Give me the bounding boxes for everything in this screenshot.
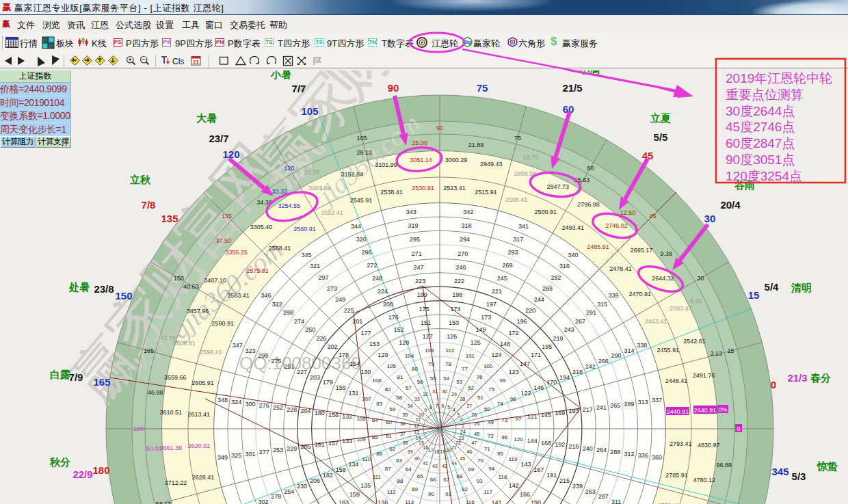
- svg-text:79: 79: [428, 361, 434, 367]
- svg-text:347: 347: [233, 342, 243, 349]
- svg-text:7/9: 7/9: [69, 371, 83, 383]
- svg-text:38: 38: [403, 440, 408, 445]
- svg-text:56: 56: [417, 379, 423, 385]
- svg-text:53.13: 53.13: [156, 501, 172, 504]
- svg-text:142: 142: [509, 482, 519, 489]
- svg-text:40.63: 40.63: [183, 283, 199, 290]
- svg-text:242: 242: [585, 363, 596, 370]
- svg-text:224: 224: [377, 288, 388, 295]
- svg-text:64: 64: [406, 466, 412, 473]
- svg-text:3457.96: 3457.96: [187, 308, 209, 315]
- svg-text:105: 105: [301, 105, 318, 117]
- svg-text:2542.61: 2542.61: [683, 338, 706, 345]
- svg-text:344: 344: [351, 223, 361, 230]
- svg-text:113: 113: [405, 499, 414, 504]
- svg-text:290: 290: [611, 352, 622, 359]
- svg-text:230: 230: [297, 483, 307, 490]
- svg-text:248: 248: [372, 275, 382, 282]
- svg-text:169: 169: [555, 410, 565, 416]
- svg-text:47: 47: [472, 440, 477, 445]
- svg-text:220: 220: [525, 307, 535, 314]
- svg-text:274: 274: [294, 318, 304, 325]
- svg-text:2613.41: 2613.41: [187, 411, 210, 418]
- svg-text:348: 348: [217, 397, 228, 403]
- svg-text:153: 153: [369, 341, 380, 347]
- svg-text:205: 205: [301, 443, 311, 450]
- svg-text:惊蛰: 惊蛰: [817, 460, 838, 472]
- svg-text:201: 201: [352, 318, 362, 325]
- svg-text:2560.91: 2560.91: [293, 226, 316, 233]
- svg-text:322: 322: [272, 301, 282, 308]
- svg-text:132: 132: [342, 413, 352, 420]
- svg-text:18: 18: [434, 449, 440, 454]
- svg-text:177: 177: [361, 330, 371, 336]
- svg-text:269: 269: [503, 262, 513, 269]
- svg-text:145: 145: [541, 412, 551, 419]
- svg-text:34: 34: [408, 403, 413, 408]
- svg-text:2847.73: 2847.73: [546, 183, 569, 190]
- svg-text:302: 302: [258, 499, 268, 504]
- svg-text:90: 90: [428, 491, 434, 497]
- svg-text:2793.41: 2793.41: [670, 440, 692, 447]
- svg-text:Big: Big: [464, 40, 471, 45]
- svg-text:12.50: 12.50: [620, 209, 636, 216]
- svg-text:120: 120: [514, 436, 523, 442]
- svg-text:2545.91: 2545.91: [350, 197, 373, 204]
- svg-text:168: 168: [541, 440, 551, 447]
- svg-text:46: 46: [466, 449, 472, 454]
- svg-text:341: 341: [518, 223, 529, 230]
- svg-text:135: 135: [161, 213, 178, 224]
- svg-text:123: 123: [509, 369, 519, 375]
- svg-text:109: 109: [356, 436, 366, 442]
- svg-text:241: 241: [596, 404, 607, 411]
- svg-text:104: 104: [405, 353, 414, 359]
- svg-text:21/5: 21/5: [562, 82, 582, 94]
- svg-text:127: 127: [423, 333, 433, 340]
- svg-text:198: 198: [452, 291, 462, 298]
- svg-text:278: 278: [271, 493, 281, 500]
- svg-text:29: 29: [451, 392, 457, 397]
- svg-text:251: 251: [284, 363, 294, 370]
- svg-text:150: 150: [115, 290, 132, 302]
- svg-text:182: 182: [323, 472, 333, 479]
- svg-text:180: 180: [315, 410, 325, 416]
- svg-text:96.88: 96.88: [716, 462, 732, 468]
- svg-text:2568.41: 2568.41: [269, 245, 291, 252]
- svg-text:243: 243: [564, 326, 574, 333]
- svg-text:16: 16: [423, 445, 428, 450]
- svg-text:173: 173: [481, 314, 491, 321]
- svg-text:立夏: 立夏: [650, 112, 671, 124]
- svg-text:2515.91: 2515.91: [475, 189, 497, 196]
- svg-text:0: 0: [737, 425, 740, 432]
- svg-text:129: 129: [377, 352, 388, 358]
- svg-text:150: 150: [449, 319, 459, 326]
- svg-text:49: 49: [488, 419, 494, 425]
- svg-text:42: 42: [432, 464, 438, 468]
- svg-text:4: 4: [453, 408, 455, 412]
- svg-text:77: 77: [462, 366, 468, 372]
- svg-text:60: 60: [587, 165, 594, 172]
- svg-text:13: 13: [414, 429, 419, 434]
- svg-text:219: 219: [553, 335, 563, 342]
- svg-text:37: 37: [400, 432, 406, 436]
- svg-text:43.75: 43.75: [160, 334, 176, 341]
- svg-text:297: 297: [318, 274, 328, 281]
- svg-text:300: 300: [245, 401, 255, 408]
- svg-text:30: 30: [697, 275, 704, 282]
- svg-text:222: 222: [454, 278, 464, 284]
- svg-text:292: 292: [551, 274, 561, 281]
- svg-text:2470.91: 2470.91: [628, 291, 651, 297]
- svg-text:2485.91: 2485.91: [587, 243, 609, 250]
- svg-text:294: 294: [460, 236, 470, 243]
- svg-text:200: 200: [383, 301, 393, 308]
- svg-text:30: 30: [704, 213, 716, 224]
- svg-text:349: 349: [217, 454, 228, 461]
- svg-text:193: 193: [568, 408, 579, 414]
- svg-text:2575.91: 2575.91: [246, 267, 269, 274]
- svg-text:5/3: 5/3: [792, 470, 806, 482]
- svg-text:2523.41: 2523.41: [443, 185, 466, 191]
- svg-text:2590.91: 2590.91: [211, 320, 234, 327]
- svg-text:谷雨: 谷雨: [734, 179, 755, 191]
- svg-text:31.25: 31.25: [304, 169, 320, 176]
- svg-text:100: 100: [483, 363, 493, 369]
